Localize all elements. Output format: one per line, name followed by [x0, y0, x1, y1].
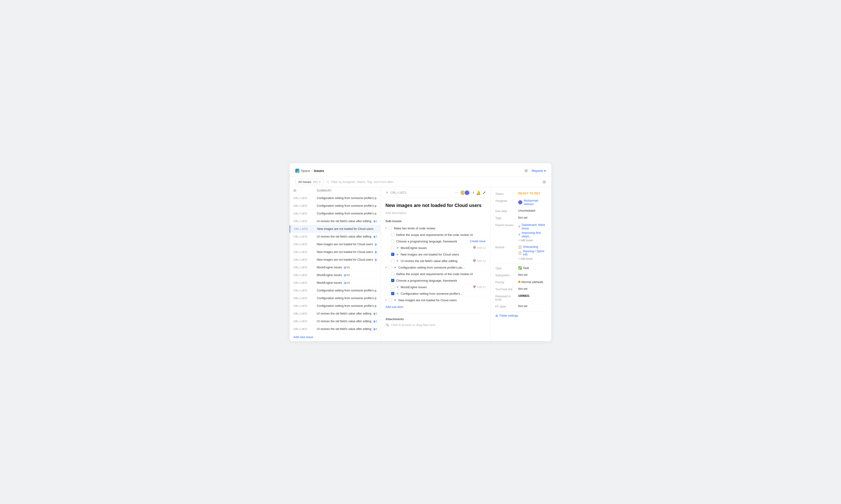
add-sub-item-link[interactable]: Add sub-item — [385, 305, 486, 309]
content-area: ID Summary CRL-I-1872 Configuration sett… — [290, 187, 551, 341]
issue-row[interactable]: CRL-I-1872 UI revives the old field's va… — [290, 233, 380, 240]
sub-issue-checkbox[interactable] — [391, 259, 394, 263]
issue-badge: ◑3/8 — [374, 243, 377, 246]
issue-row[interactable]: CRL-I-1872 MockEngine issues ◑3/8 — [290, 271, 380, 279]
sub-issue-checkbox[interactable] — [391, 272, 394, 275]
status-badge[interactable]: READY TO DEV — [518, 192, 547, 195]
issue-row[interactable]: CRL-I-1872 UI revives the old field's va… — [290, 217, 380, 225]
sub-issue-item: ▾ ✳ New images are not loaded for Cloud … — [385, 297, 486, 303]
expand-sub-btn[interactable]: ▾ — [385, 299, 387, 302]
add-description[interactable]: Add description — [385, 211, 486, 215]
asterisk-icon: ✳ — [396, 246, 399, 250]
all-issues-button[interactable]: All Issues 483 ▾ — [295, 179, 324, 185]
settings-button[interactable]: ⚙ — [523, 167, 529, 174]
sub-issue-text: Define the scope and requirements of the… — [396, 233, 486, 237]
sub-issue-checkbox[interactable] — [391, 233, 394, 236]
sidebar-row-parent-issues: Parent Issues ✳ Dashboard, Meta Issue ✳ … — [495, 223, 547, 242]
group-icon[interactable]: ⊞ — [543, 180, 546, 184]
issue-id: CRL-I-1872 — [293, 235, 317, 238]
sub-issue-item: ▾ Make two kinds of code review — [385, 225, 486, 232]
issue-row[interactable]: CRL-I-1872 UI revives the old field's va… — [290, 325, 380, 333]
type-value[interactable]: ✅ Task — [518, 266, 547, 270]
sub-issue-checkbox[interactable] — [389, 227, 392, 230]
detail-close-button[interactable]: ✕ — [385, 191, 389, 195]
summary-text: MockEngine issues — [317, 273, 342, 277]
reports-button[interactable]: Reports ▾ — [532, 169, 546, 173]
add-board-issue[interactable]: + Add issue — [518, 257, 547, 260]
expand-button[interactable]: ⤢ — [483, 191, 486, 195]
board-2-text: Planning / Sprint #45 — [523, 250, 547, 256]
issue-badge: ◑3/8 — [343, 266, 350, 269]
add-new-issue-link[interactable]: Add new issue — [290, 333, 380, 341]
priority-value[interactable]: Normal (default) — [518, 280, 547, 284]
tags-value[interactable]: Not set — [518, 216, 547, 219]
summary-text: Configuration setting from someone profi… — [317, 212, 377, 215]
expand-sub-btn[interactable]: ▾ — [385, 266, 387, 269]
sub-issue-checkbox[interactable] — [391, 246, 394, 249]
assignee-value[interactable]: Muhannad Helvaci — [518, 199, 547, 206]
avatars — [460, 190, 470, 196]
avatar-count: 4 — [473, 191, 474, 194]
sub-issue-checkbox[interactable] — [389, 266, 392, 269]
due-date-value[interactable]: Unscheduled — [518, 209, 547, 212]
type-label: Type — [495, 266, 516, 270]
sub-issue-text: MockEngine issues — [401, 285, 471, 289]
sub-issue-checkbox[interactable] — [391, 292, 394, 295]
issue-row[interactable]: CRL-I-1872 New images are not loaded for… — [290, 248, 380, 256]
issue-row[interactable]: CRL-I-1872 Configuration setting from so… — [290, 202, 380, 210]
sub-issue-checkbox[interactable] — [391, 285, 394, 289]
youtrack-value[interactable]: Not set — [518, 287, 547, 290]
summary-text: MockEngine issues — [317, 281, 342, 284]
issue-row[interactable]: CRL-I-1872 New images are not loaded for… — [290, 240, 380, 248]
tags-label: Tags — [495, 216, 516, 220]
sub-issue-checkbox[interactable] — [391, 240, 394, 243]
issue-id: CRL-I-1872 — [293, 312, 317, 315]
sub-issue-item: Choose a programming language, framework — [385, 277, 486, 284]
detail-menu-button[interactable]: ··· — [454, 190, 458, 195]
sidebar-row-status: Status READY TO DEV — [495, 192, 547, 196]
issue-summary: Configuration setting from someone profi… — [317, 289, 377, 292]
expand-sub-btn[interactable]: ▾ — [385, 227, 387, 230]
attach-area[interactable]: 📎 Click to browse or drag files here — [385, 323, 486, 327]
sub-issue-text: Define the scope and requirements of the… — [396, 272, 486, 276]
issue-id: CRL-I-1872 — [293, 204, 317, 207]
issue-row[interactable]: CRL-I-1872 Configuration setting from so… — [290, 302, 380, 310]
filter-input-area: ⊟ Filter by Assignee, Status, Tag, and m… — [327, 180, 540, 184]
col-summary-header: Summary — [317, 189, 377, 192]
subsystem-value[interactable]: Not set — [518, 273, 547, 276]
fields-settings-link[interactable]: ⚙ Fields settings — [495, 314, 547, 318]
board-1-text: Onboarding — [523, 245, 538, 249]
issue-row[interactable]: CRL-I-1872 UI revives the old field's va… — [290, 310, 380, 318]
sub-issue-checkbox[interactable] — [391, 279, 394, 282]
sub-issue-item: ✳ Configuration setting from someone pro… — [385, 290, 486, 297]
sidebar-row-youtrack: YouTrack link Not set — [495, 287, 547, 291]
ff-value[interactable]: Not set — [518, 305, 547, 308]
sidebar-row-type: Type ✅ Task — [495, 266, 547, 270]
issue-summary: UI revives the old field's value after e… — [317, 327, 377, 331]
parent-issues-label: Parent Issues — [495, 223, 516, 227]
issue-row[interactable]: CRL-I-1872 Configuration setting from so… — [290, 287, 380, 294]
sub-issue-text: Choose a programming language, framework — [396, 279, 486, 282]
sub-issue-checkbox[interactable] — [389, 299, 392, 302]
notify-button[interactable]: 🔔 — [476, 191, 481, 195]
issue-row[interactable]: CRL-I-1872 MockEngine issues ◑3/8 — [290, 279, 380, 287]
add-parent-issue[interactable]: + Add issue — [518, 239, 547, 242]
attachments-header: Attachments — [385, 317, 486, 321]
issue-row[interactable]: CRL-I-1872 New images are not loaded for… — [290, 256, 380, 264]
sub-issue-checkbox[interactable] — [391, 253, 394, 256]
create-issue-link[interactable]: Create issue — [470, 240, 486, 243]
parent-issue-2[interactable]: ✳ Improving first steps... — [518, 231, 547, 238]
board-1-link[interactable]: 📋 Onboarding — [518, 245, 547, 249]
issue-row[interactable]: CRL-I-1872 UI revives the old field's va… — [290, 318, 380, 325]
issue-row[interactable]: CRL-I-1872 Configuration setting from so… — [290, 210, 380, 217]
sub-issue-item: Choose a programming language, framework… — [385, 238, 486, 245]
issue-row[interactable]: CRL-I-1872 New images are not loaded for… — [290, 225, 380, 233]
parent-issue-1[interactable]: ✳ Dashboard, Meta Issue — [518, 223, 547, 230]
issue-row[interactable]: CRL-I-1872 Configuration setting from so… — [290, 294, 380, 302]
issue-row[interactable]: CRL-I-1872 Configuration setting from so… — [290, 194, 380, 202]
issues-label: Issues — [314, 169, 324, 173]
filter-placeholder: Filter by Assignee, Status, Tag, and mor… — [331, 180, 395, 184]
board-2-link[interactable]: 📋 Planning / Sprint #45 — [518, 250, 547, 256]
issue-row[interactable]: CRL-I-1872 MockEngine issues ◑3/8 — [290, 264, 380, 271]
issue-summary: New images are not loaded for Cloud user… — [317, 227, 377, 231]
